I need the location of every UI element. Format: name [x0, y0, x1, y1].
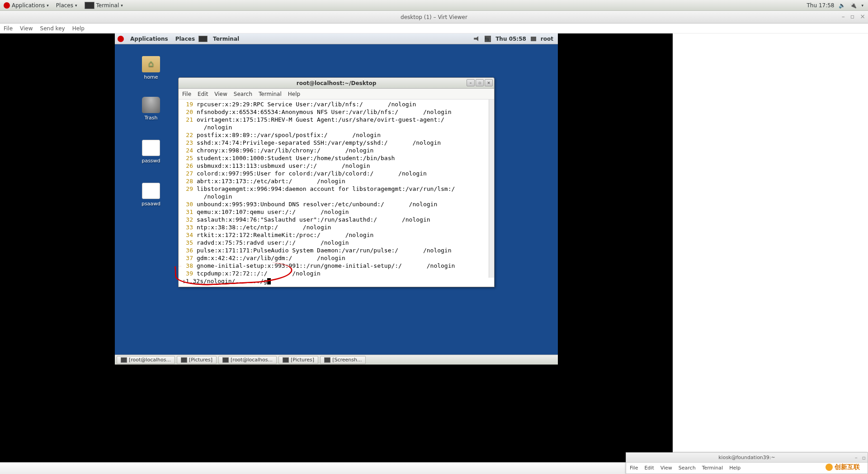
host-bottom-panel	[0, 462, 673, 474]
terminal-maximize-button[interactable]: ▫	[476, 79, 484, 86]
guest-distro-logo-icon	[118, 36, 124, 42]
terminal-window[interactable]: root@localhost:~/Desktop – ▫ × File Edit…	[178, 77, 495, 287]
guest-clock[interactable]: Thu 05:58	[495, 36, 526, 42]
host-applications-menu[interactable]: Applications ▾	[0, 0, 52, 11]
cursor	[267, 278, 271, 284]
guest-taskbar-terminal[interactable]: Terminal	[209, 36, 243, 42]
guest-desktop[interactable]: Applications Places Terminal ⇆ Thu 05:58…	[115, 33, 558, 365]
kiosk-menu-help[interactable]: Help	[729, 465, 741, 471]
terminal-titlebar[interactable]: root@localhost:~/Desktop – ▫ ×	[179, 78, 494, 89]
kiosk-minimize-button[interactable]: –	[855, 455, 858, 461]
terminal-line: 23sshd:x:74:74:Privilege-separated SSH:/…	[181, 139, 491, 147]
terminal-line: 19rpcuser:x:29:29:RPC Service User:/var/…	[181, 100, 491, 108]
virt-viewer-menubar: File View Send key Help	[0, 24, 868, 33]
guest-applications-menu[interactable]: Applications	[127, 36, 172, 42]
terminal-line: 31qemu:x:107:107:qemu user:/:/ /nologin	[181, 208, 491, 216]
virt-viewer-titlebar[interactable]: desktop (1) – Virt Viewer – ▫ ×	[0, 11, 868, 24]
taskbar-button[interactable]: [Screensh...	[320, 356, 366, 364]
file-icon	[142, 140, 160, 156]
desktop-icon-home[interactable]: home	[137, 56, 165, 80]
kiosk-menu-view[interactable]: View	[660, 465, 672, 471]
kiosk-menu-file[interactable]: File	[630, 465, 638, 471]
vim-command-line[interactable]: :1,32s/nologin/......./g	[181, 277, 491, 285]
vv-menu-help[interactable]: Help	[72, 25, 85, 32]
guest-display: Applications Places Terminal ⇆ Thu 05:58…	[0, 33, 673, 474]
term-menu-edit[interactable]: Edit	[198, 91, 208, 97]
terminal-minimize-button[interactable]: –	[467, 79, 475, 86]
term-menu-help[interactable]: Help	[288, 91, 300, 97]
taskbar-button[interactable]: [root@localhos...	[218, 356, 277, 364]
terminal-thumb-icon	[85, 2, 94, 9]
vv-menu-file[interactable]: File	[4, 25, 13, 32]
user-menu-icon[interactable]: ▾	[861, 3, 863, 8]
host-top-panel: Applications ▾ Places ▾ Terminal ▾ Thu 1…	[0, 0, 868, 11]
volume-icon[interactable]: 🔈	[839, 2, 845, 9]
terminal-line: 36pulse:x:171:171:PulseAudio System Daem…	[181, 246, 491, 254]
kiosk-menu-search[interactable]: Search	[679, 465, 696, 471]
taskbar-button[interactable]: [Pictures]	[278, 356, 318, 364]
terminal-line: 29libstoragemgmt:x:996:994:daemon accoun…	[181, 185, 491, 193]
terminal-line: 27colord:x:997:995:User for colord:/var/…	[181, 170, 491, 177]
watermark-icon	[826, 464, 833, 471]
terminal-line: 37gdm:x:42:42::/var/lib/gdm:/ /nologin	[181, 254, 491, 262]
terminal-line: 35radvd:x:75:75:radvd user:/:/ /nologin	[181, 239, 491, 246]
host-places-menu[interactable]: Places ▾	[52, 0, 81, 11]
taskbar-button[interactable]: [Pictures]	[177, 356, 217, 364]
term-menu-file[interactable]: File	[182, 91, 191, 97]
window-thumb-icon	[222, 357, 229, 363]
battery-icon[interactable]: 🔌	[850, 2, 857, 9]
guest-volume-icon[interactable]	[474, 36, 480, 42]
taskbar-button[interactable]: [root@localhos...	[117, 356, 175, 364]
guest-network-icon[interactable]: ⇆	[485, 36, 491, 42]
host-clock[interactable]: Thu 17:58	[807, 2, 835, 9]
desktop-icon-passwd[interactable]: passwd	[137, 140, 165, 164]
distro-logo-icon	[4, 2, 10, 9]
close-button[interactable]: ×	[860, 13, 865, 20]
folder-home-icon	[142, 56, 160, 72]
kiosk-maximize-button[interactable]: ▫	[862, 455, 866, 461]
guest-user-label[interactable]: root	[541, 36, 553, 42]
window-thumb-icon	[121, 357, 127, 363]
guest-places-menu[interactable]: Places	[172, 36, 198, 42]
desktop-icon-psaawd[interactable]: psaawd	[137, 183, 165, 207]
terminal-line: 39tcpdump:x:72:72::/:/ /nologin	[181, 270, 491, 277]
vv-menu-sendkey[interactable]: Send key	[40, 25, 65, 32]
window-thumb-icon	[324, 357, 330, 363]
terminal-title: root@localhost:~/Desktop	[297, 80, 377, 86]
guest-terminal-thumb-icon	[198, 36, 208, 42]
vv-menu-view[interactable]: View	[20, 25, 33, 32]
terminal-line: 20nfsnobody:x:65534:65534:Anonymous NFS …	[181, 108, 491, 116]
terminal-line: 30unbound:x:995:993:Unbound DNS resolver…	[181, 200, 491, 208]
terminal-body[interactable]: 19rpcuser:x:29:29:RPC Service User:/var/…	[179, 100, 494, 287]
watermark: 创新互联	[826, 463, 860, 471]
kiosk-menu-terminal[interactable]: Terminal	[702, 465, 723, 471]
maximize-button[interactable]: ▫	[850, 13, 855, 20]
terminal-line: 33ntp:x:38:38::/etc/ntp:/ /nologin	[181, 223, 491, 231]
file-icon	[142, 183, 160, 199]
guest-user-icon	[531, 37, 536, 41]
terminal-line: 26usbmuxd:x:113:113:usbmuxd user:/:/ /no…	[181, 162, 491, 170]
virt-viewer-title: desktop (1) – Virt Viewer	[401, 14, 467, 20]
terminal-menubar: File Edit View Search Terminal Help	[179, 89, 494, 100]
term-menu-terminal[interactable]: Terminal	[259, 91, 282, 97]
kiosk-menu-edit[interactable]: Edit	[644, 465, 654, 471]
kiosk-titlebar[interactable]: kiosk@foundation39:~ –▫	[626, 453, 868, 463]
window-thumb-icon	[283, 357, 289, 363]
host-taskbar-terminal[interactable]: Terminal ▾	[81, 0, 127, 11]
terminal-close-button[interactable]: ×	[485, 79, 493, 86]
term-menu-search[interactable]: Search	[234, 91, 252, 97]
terminal-line: 21ovirtagent:x:175:175:RHEV-M Guest Agen…	[181, 116, 491, 123]
terminal-line: 24chrony:x:998:996::/var/lib/chrony:/ /n…	[181, 147, 491, 154]
kiosk-title: kiosk@foundation39:~	[718, 455, 775, 460]
terminal-line: 38gnome-initial-setup:x:993:991::/run/gn…	[181, 262, 491, 270]
terminal-line: 25student:x:1000:1000:Student User:/home…	[181, 154, 491, 162]
terminal-scrollbar[interactable]	[489, 100, 494, 278]
term-menu-view[interactable]: View	[214, 91, 227, 97]
terminal-line: 32saslauth:x:994:76:"Saslauthd user":/ru…	[181, 216, 491, 223]
guest-top-panel: Applications Places Terminal ⇆ Thu 05:58…	[115, 33, 558, 44]
minimize-button[interactable]: –	[842, 13, 845, 20]
desktop-icon-trash[interactable]: Trash	[137, 97, 165, 121]
terminal-line: /nologin	[181, 193, 491, 200]
terminal-line: /nologin	[181, 123, 491, 131]
terminal-line: 34rtkit:x:172:172:RealtimeKit:/proc:/ /n…	[181, 231, 491, 239]
